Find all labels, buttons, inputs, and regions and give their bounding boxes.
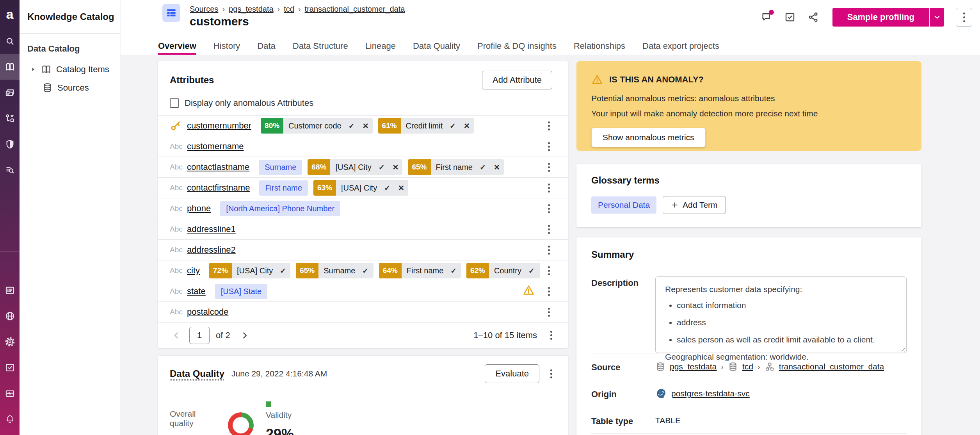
accept-term-button[interactable]: ✓	[375, 163, 389, 172]
product-logo-icon[interactable]: a	[0, 0, 20, 28]
accept-term-button[interactable]: ✓	[525, 266, 539, 275]
reject-term-button[interactable]: ✕	[290, 266, 290, 275]
assigned-term-pill[interactable]: [USA] State	[215, 284, 268, 299]
rail-catalog-list-icon[interactable]	[0, 277, 20, 303]
rail-governance-icon[interactable]	[0, 105, 20, 131]
accept-term-button[interactable]: ✓	[358, 266, 372, 275]
assigned-term-pill[interactable]: [North America] Phone Number	[220, 201, 340, 216]
reject-term-button[interactable]: ✕	[539, 266, 540, 275]
rail-notifications-icon[interactable]	[0, 406, 20, 432]
string-type-icon: Abc	[170, 308, 187, 316]
row-overflow-menu[interactable]	[546, 264, 552, 278]
tab-data-quality[interactable]: Data Quality	[413, 41, 460, 55]
evaluate-button[interactable]: Evaluate	[485, 364, 539, 383]
string-type-icon: Abc	[170, 142, 187, 151]
row-overflow-menu[interactable]	[546, 140, 552, 153]
breadcrumb: Sources› pgs_testdata› tcd› transactiona…	[190, 5, 405, 14]
attribute-name-link[interactable]: addressline1	[187, 224, 236, 234]
reject-term-button[interactable]: ✕	[372, 266, 374, 275]
tab-lineage[interactable]: Lineage	[365, 41, 396, 55]
next-page-button[interactable]	[238, 329, 251, 342]
sidebar-item-sources[interactable]: Sources	[20, 78, 120, 97]
rail-metadata-search-icon[interactable]	[0, 157, 20, 183]
add-attribute-button[interactable]: Add Attribute	[482, 71, 552, 89]
reject-term-button[interactable]: ✕	[490, 163, 504, 172]
attribute-name-link[interactable]: state	[187, 286, 206, 296]
tab-data-export-projects[interactable]: Data export projects	[642, 41, 719, 55]
row-overflow-menu[interactable]	[546, 305, 552, 319]
accept-term-button[interactable]: ✓	[276, 266, 290, 275]
accept-term-button[interactable]: ✓	[446, 121, 460, 130]
profiling-dropdown-button[interactable]	[929, 8, 944, 27]
anomalous-filter-checkbox[interactable]	[170, 98, 179, 108]
rail-projects-icon[interactable]	[0, 80, 20, 105]
rail-search-icon[interactable]	[0, 28, 20, 54]
breadcrumb-connection[interactable]: pgs_testdata	[229, 5, 274, 14]
attribute-name-link[interactable]: postalcode	[187, 307, 228, 317]
reject-term-button[interactable]: ✕	[460, 121, 474, 130]
assigned-term-pill[interactable]: Surname	[259, 160, 302, 175]
row-overflow-menu[interactable]	[546, 243, 552, 257]
source-schema-link[interactable]: tcd	[742, 362, 753, 371]
attribute-name-link[interactable]: contactfirstname	[187, 183, 250, 193]
sample-profiling-button[interactable]: Sample profiling	[832, 8, 929, 27]
data-quality-title[interactable]: Data Quality	[170, 368, 224, 379]
tab-history[interactable]: History	[213, 41, 240, 55]
add-term-button[interactable]: Add Term	[663, 196, 726, 214]
rail-tasks-icon[interactable]	[0, 355, 20, 380]
tab-relationships[interactable]: Relationships	[574, 41, 625, 55]
description-textarea[interactable]: Represents customer data specifying: con…	[655, 276, 907, 353]
header-overflow-menu[interactable]	[956, 8, 972, 27]
rail-settings-icon[interactable]	[0, 329, 20, 355]
tasks-button[interactable]	[784, 11, 796, 23]
data-quality-overflow-menu[interactable]	[548, 367, 555, 381]
attribute-name-link[interactable]: customernumber	[187, 121, 251, 131]
rail-activity-icon[interactable]	[0, 380, 20, 406]
rail-data-protection-icon[interactable]	[0, 131, 20, 157]
pagination-overflow-menu[interactable]	[548, 328, 555, 342]
breadcrumb-dataset[interactable]: transactional_customer_data	[305, 5, 405, 14]
sidebar-item-catalog-items[interactable]: Catalog Items	[20, 60, 120, 78]
previous-page-button[interactable]	[170, 329, 183, 342]
tab-profile-dq-insights[interactable]: Profile & DQ insights	[477, 41, 557, 55]
tab-data[interactable]: Data	[257, 41, 275, 55]
anomalous-filter[interactable]: Display only anomalous Attributes	[158, 89, 568, 115]
row-overflow-menu[interactable]	[546, 202, 552, 216]
rail-globe-icon[interactable]	[0, 303, 20, 329]
accept-term-button[interactable]: ✓	[446, 266, 461, 275]
glossary-term-pill[interactable]: Personal Data	[591, 196, 656, 214]
breadcrumb-schema[interactable]: tcd	[284, 5, 294, 14]
attribute-name-link[interactable]: city	[187, 266, 200, 276]
row-overflow-menu[interactable]	[546, 119, 552, 133]
attribute-name-link[interactable]: addressline2	[187, 245, 236, 255]
attribute-name-link[interactable]: customername	[187, 141, 244, 152]
source-table-link[interactable]: transactional_customer_data	[779, 362, 884, 371]
tab-overview[interactable]: Overview	[158, 41, 196, 55]
row-overflow-menu[interactable]	[546, 285, 552, 298]
rail-catalog-icon[interactable]	[0, 54, 20, 80]
show-anomalous-metrics-button[interactable]: Show anomalous metrics	[591, 128, 706, 147]
origin-link[interactable]: postgres-testdata-svc	[671, 389, 750, 398]
accept-term-button[interactable]: ✓	[345, 121, 359, 130]
row-overflow-menu[interactable]	[546, 223, 552, 236]
source-connection-link[interactable]: pgs_testdata	[670, 362, 717, 371]
reject-term-button[interactable]: ✕	[461, 266, 461, 275]
accept-term-button[interactable]: ✓	[476, 163, 490, 172]
tab-data-structure[interactable]: Data Structure	[293, 41, 348, 55]
share-button[interactable]	[807, 11, 819, 23]
reject-term-button[interactable]: ✕	[394, 184, 408, 193]
reject-term-button[interactable]: ✕	[359, 121, 373, 130]
comments-button[interactable]	[761, 11, 772, 23]
accept-term-button[interactable]: ✓	[380, 184, 394, 193]
row-overflow-menu[interactable]	[546, 160, 552, 174]
breadcrumb-sources[interactable]: Sources	[190, 5, 218, 14]
resize-handle[interactable]	[900, 346, 905, 351]
assigned-term-pill[interactable]: First name	[259, 180, 308, 196]
reject-term-button[interactable]: ✕	[389, 163, 403, 172]
rail-divider	[0, 251, 20, 251]
book-icon	[41, 64, 52, 75]
row-overflow-menu[interactable]	[546, 181, 552, 195]
attribute-name-link[interactable]: contactlastname	[187, 162, 249, 172]
page-number-input[interactable]: 1	[189, 327, 210, 344]
attribute-name-link[interactable]: phone	[187, 203, 211, 214]
